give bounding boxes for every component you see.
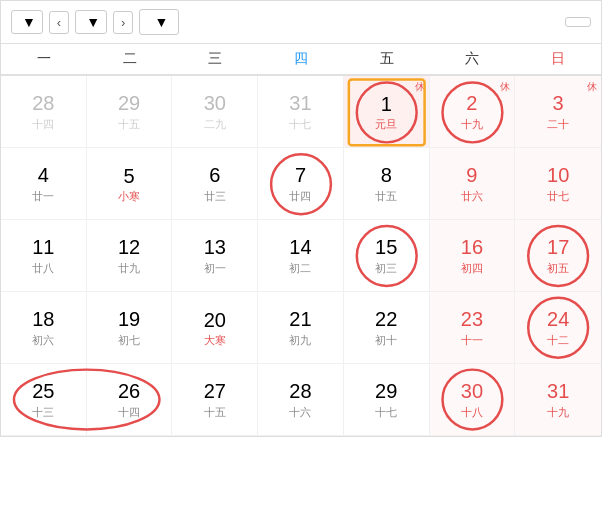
day-cell-20[interactable]: 20大寒 [172,292,258,364]
day-number: 8 [381,163,392,187]
day-cell-10[interactable]: 10廿七 [515,148,601,220]
day-lunar: 十六 [289,405,311,420]
next-month-button[interactable]: › [113,11,133,34]
day-cell-28[interactable]: 28十六 [258,364,344,436]
day-cell-2[interactable]: 休2十九 [430,76,516,148]
day-lunar: 元旦 [375,117,397,132]
holiday-dropdown-icon: ▼ [154,14,168,30]
day-cell-3[interactable]: 休3二十 [515,76,601,148]
day-lunar: 十八 [461,405,483,420]
year-dropdown-icon: ▼ [22,14,36,30]
day-lunar: 廿五 [375,189,397,204]
day-cell-other-28[interactable]: 28十四 [1,76,87,148]
holiday-arrange-button[interactable]: ▼ [139,9,179,35]
day-cell-27[interactable]: 27十五 [172,364,258,436]
day-cell-26[interactable]: 26十四 [87,364,173,436]
day-lunar: 十九 [461,117,483,132]
day-cell-24[interactable]: 24十二 [515,292,601,364]
day-number: 31 [289,91,311,115]
holiday-badge: 休 [500,80,510,94]
day-cell-15[interactable]: 15初三 [344,220,430,292]
weekday-sun: 日 [515,44,601,74]
day-number: 2 [466,91,477,115]
return-today-button[interactable] [565,17,591,27]
day-cell-4[interactable]: 4廿一 [1,148,87,220]
day-cell-6[interactable]: 6廿三 [172,148,258,220]
day-number: 19 [118,307,140,331]
day-cell-30[interactable]: 30十八 [430,364,516,436]
day-cell-31[interactable]: 31十九 [515,364,601,436]
day-cell-5[interactable]: 5小寒 [87,148,173,220]
day-cell-29[interactable]: 29十七 [344,364,430,436]
day-lunar: 初九 [289,333,311,348]
day-cell-other-31[interactable]: 31十七 [258,76,344,148]
weekday-tue: 二 [87,44,173,74]
day-cell-25[interactable]: 25十三 [1,364,87,436]
day-number: 14 [289,235,311,259]
day-lunar: 初二 [289,261,311,276]
day-number: 15 [375,235,397,259]
day-number: 16 [461,235,483,259]
day-cell-22[interactable]: 22初十 [344,292,430,364]
day-number: 27 [204,379,226,403]
day-number: 29 [118,91,140,115]
day-lunar: 初七 [118,333,140,348]
weekday-thu: 四 [258,44,344,74]
day-cell-23[interactable]: 23十一 [430,292,516,364]
day-lunar: 初三 [375,261,397,276]
day-lunar: 初五 [547,261,569,276]
day-lunar: 十二 [547,333,569,348]
day-number: 21 [289,307,311,331]
weekday-headers: 一 二 三 四 五 六 日 [1,44,601,76]
day-number: 9 [466,163,477,187]
day-cell-21[interactable]: 21初九 [258,292,344,364]
day-lunar: 十三 [32,405,54,420]
day-number: 20 [204,308,226,332]
day-lunar: 十五 [204,405,226,420]
day-cell-13[interactable]: 13初一 [172,220,258,292]
year-select[interactable]: ▼ [11,10,43,34]
calendar-grid: 28十四29十五30二九31十七休1元旦休2十九休3二十4廿一5小寒6廿三7廿四… [1,76,601,436]
day-lunar: 大寒 [204,333,226,348]
day-number: 31 [547,379,569,403]
day-lunar: 十一 [461,333,483,348]
day-number: 18 [32,307,54,331]
day-lunar: 廿九 [118,261,140,276]
day-cell-17[interactable]: 17初五 [515,220,601,292]
day-cell-19[interactable]: 19初七 [87,292,173,364]
prev-month-button[interactable]: ‹ [49,11,69,34]
day-number: 4 [38,163,49,187]
month-select[interactable]: ▼ [75,10,107,34]
day-cell-11[interactable]: 11廿八 [1,220,87,292]
day-cell-14[interactable]: 14初二 [258,220,344,292]
day-number: 1 [381,92,392,116]
day-number: 7 [295,163,306,187]
weekday-sat: 六 [430,44,516,74]
day-number: 30 [204,91,226,115]
weekday-mon: 一 [1,44,87,74]
day-number: 13 [204,235,226,259]
day-lunar: 小寒 [118,189,140,204]
day-cell-7[interactable]: 7廿四 [258,148,344,220]
day-cell-1[interactable]: 休1元旦 [344,76,430,148]
day-cell-18[interactable]: 18初六 [1,292,87,364]
day-cell-12[interactable]: 12廿九 [87,220,173,292]
day-number: 30 [461,379,483,403]
day-cell-9[interactable]: 9廿六 [430,148,516,220]
day-number: 17 [547,235,569,259]
day-lunar: 二九 [204,117,226,132]
day-lunar: 十九 [547,405,569,420]
day-cell-8[interactable]: 8廿五 [344,148,430,220]
day-lunar: 廿八 [32,261,54,276]
day-number: 23 [461,307,483,331]
day-number: 25 [32,379,54,403]
holiday-badge: 休 [415,80,425,94]
day-number: 29 [375,379,397,403]
day-number: 6 [209,163,220,187]
day-number: 11 [32,235,54,259]
day-cell-16[interactable]: 16初四 [430,220,516,292]
day-lunar: 廿一 [32,189,54,204]
day-cell-other-30[interactable]: 30二九 [172,76,258,148]
day-cell-other-29[interactable]: 29十五 [87,76,173,148]
day-number: 3 [553,91,564,115]
